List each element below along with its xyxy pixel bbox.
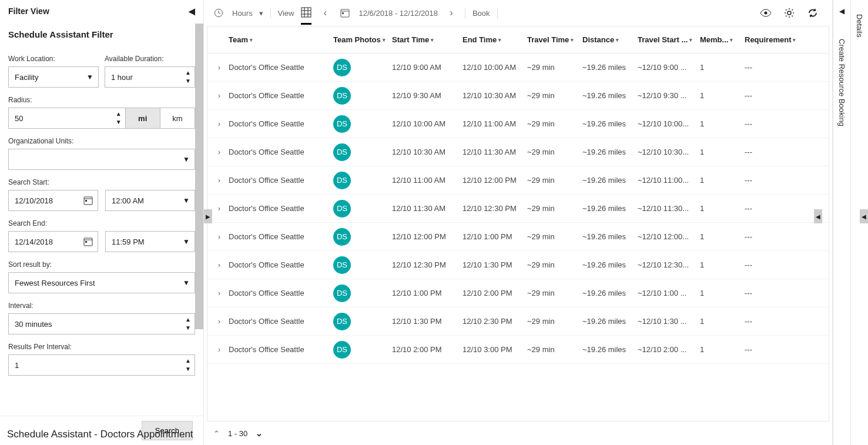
th-end[interactable]: End Time▾	[459, 35, 524, 44]
table-row[interactable]: ›Doctor's Office SeattleDS12/10 12:00 PM…	[207, 223, 829, 251]
date-range[interactable]: 12/6/2018 - 12/12/2018	[358, 9, 437, 18]
table-row[interactable]: ›Doctor's Office SeattleDS12/10 11:00 AM…	[207, 166, 829, 195]
table-row[interactable]: ›Doctor's Office SeattleDS12/10 12:30 PM…	[207, 251, 829, 279]
table-row[interactable]: ›Doctor's Office SeattleDS12/10 9:00 AM1…	[207, 53, 829, 82]
table-row[interactable]: ›Doctor's Office SeattleDS12/10 1:00 PM1…	[207, 279, 829, 307]
spinner-icon[interactable]: ▲▼	[185, 316, 191, 332]
cell-end: 12/10 2:30 PM	[459, 317, 524, 326]
filter-scroll-pane[interactable]: Schedule Assistant Filter Work Location:…	[0, 22, 203, 416]
radius-unit-mi[interactable]: mi	[125, 108, 160, 129]
table-header-row: Team▾ Team Photos▾ Start Time▾ End Time▾…	[207, 26, 829, 53]
label-interval: Interval:	[8, 302, 195, 310]
th-travel[interactable]: Travel Time▾	[524, 35, 579, 44]
pager-dropdown-icon[interactable]: ⌄	[256, 429, 263, 438]
pager-range: 1 - 30	[228, 429, 247, 438]
filter-subheader: Schedule Assistant Filter	[8, 22, 195, 46]
cell-members: 1	[696, 317, 741, 326]
next-range-button[interactable]: ›	[445, 6, 458, 19]
expand-row-icon[interactable]: ›	[207, 176, 225, 185]
calendar-icon[interactable]	[339, 6, 351, 19]
cell-start: 12/10 9:00 AM	[388, 63, 459, 72]
expand-row-icon[interactable]: ›	[207, 232, 225, 241]
svg-rect-2	[85, 200, 87, 202]
toolbar: Hours ▾ View ‹ 12/6/2018 - 12/12/2018 › …	[204, 0, 832, 26]
collapse-left-icon[interactable]: ◀	[189, 6, 195, 16]
gear-icon[interactable]	[783, 6, 796, 19]
table-row[interactable]: ›Doctor's Office SeattleDS12/10 9:30 AM1…	[207, 82, 829, 110]
table-row[interactable]: ›Doctor's Office SeattleDS12/10 10:00 AM…	[207, 110, 829, 138]
cell-end: 12/10 12:00 PM	[459, 176, 524, 185]
cell-members: 1	[696, 91, 741, 100]
chevron-left-icon[interactable]: ◀	[839, 7, 844, 15]
expand-row-icon[interactable]: ›	[207, 148, 225, 156]
search-start-date[interactable]: 12/10/2018	[8, 190, 98, 211]
expand-row-icon[interactable]: ›	[207, 345, 225, 354]
create-booking-rail[interactable]: ◀ Create Resource Booking	[833, 0, 850, 445]
th-photos[interactable]: Team Photos▾	[330, 35, 388, 44]
cell-requirement: ---	[741, 232, 806, 241]
available-duration-input[interactable]: 1 hour ▲▼	[105, 66, 195, 88]
collapse-up-icon[interactable]: ⌃	[213, 429, 220, 438]
table-row[interactable]: ›Doctor's Office SeattleDS12/10 10:30 AM…	[207, 138, 829, 166]
th-distance[interactable]: Distance▾	[579, 35, 634, 44]
cell-travel: ~29 min	[524, 345, 579, 354]
work-location-select[interactable]: Facility ▼	[8, 66, 99, 88]
cell-requirement: ---	[741, 119, 806, 128]
cell-start: 12/10 2:00 PM	[388, 345, 459, 354]
sort-by-select[interactable]: Fewest Resources First ▼	[8, 272, 195, 293]
cell-team: Doctor's Office Seattle	[225, 91, 330, 100]
cell-travel-start: ~12/10 12:00...	[634, 232, 696, 241]
org-units-select[interactable]: ▼	[8, 149, 195, 170]
filter-scrollbar[interactable]	[195, 24, 203, 410]
refresh-icon[interactable]	[806, 6, 819, 19]
radius-input[interactable]: 50 ▲▼	[8, 108, 126, 129]
cell-distance: ~19.26 miles	[579, 232, 634, 241]
spinner-icon[interactable]: ▲▼	[116, 110, 122, 126]
cell-travel: ~29 min	[524, 63, 579, 72]
search-start-time[interactable]: 12:00 AM ▼	[105, 190, 195, 211]
expand-row-icon[interactable]: ›	[207, 260, 225, 269]
cell-start: 12/10 1:30 PM	[388, 317, 459, 326]
expand-row-icon[interactable]: ›	[207, 91, 225, 100]
expand-row-icon[interactable]: ›	[207, 317, 225, 326]
table-row[interactable]: ›Doctor's Office SeattleDS12/10 1:30 PM1…	[207, 307, 829, 336]
chevron-down-icon: ▼	[183, 237, 190, 246]
cell-team: Doctor's Office Seattle	[225, 204, 330, 213]
expand-row-icon[interactable]: ›	[207, 289, 225, 297]
create-booking-label: Create Resource Booking	[837, 39, 846, 126]
svg-line-25	[786, 16, 787, 17]
search-end-date[interactable]: 12/14/2018	[8, 231, 98, 252]
hours-dropdown[interactable]: Hours ▾	[232, 9, 263, 18]
right-splitter-1[interactable]: ◀	[814, 209, 822, 223]
th-team[interactable]: Team▾	[225, 35, 330, 44]
results-per-interval-input[interactable]: 1 ▲▼	[8, 354, 195, 376]
svg-line-23	[786, 9, 787, 11]
prev-range-button[interactable]: ‹	[319, 6, 331, 19]
grid-view-button[interactable]	[301, 1, 311, 25]
eye-icon[interactable]	[759, 6, 772, 19]
avatar-badge: DS	[333, 341, 351, 359]
cell-members: 1	[696, 63, 741, 72]
cell-requirement: ---	[741, 345, 806, 354]
radius-unit-km[interactable]: km	[160, 108, 195, 129]
table-row[interactable]: ›Doctor's Office SeattleDS12/10 2:00 PM1…	[207, 336, 829, 364]
spinner-icon[interactable]: ▲▼	[185, 357, 191, 373]
th-start[interactable]: Start Time▾	[388, 35, 459, 44]
spinner-icon[interactable]: ▲▼	[185, 69, 191, 85]
cell-members: 1	[696, 232, 741, 241]
th-travel-start[interactable]: Travel Start ...▾	[634, 35, 696, 44]
right-splitter-2[interactable]: ◀	[860, 209, 868, 223]
expand-row-icon[interactable]: ›	[207, 63, 225, 72]
th-requirement[interactable]: Requirement▾	[741, 35, 806, 44]
interval-input[interactable]: 30 minutes ▲▼	[8, 313, 195, 334]
cell-team: Doctor's Office Seattle	[225, 317, 330, 326]
th-members[interactable]: Memb...▾	[696, 35, 741, 44]
table-row[interactable]: ›Doctor's Office SeattleDS12/10 11:30 AM…	[207, 195, 829, 223]
cell-end: 12/10 10:00 AM	[459, 63, 524, 72]
search-end-time[interactable]: 11:59 PM ▼	[105, 231, 195, 252]
expand-row-icon[interactable]: ›	[207, 119, 225, 128]
left-splitter[interactable]: ▶	[204, 209, 212, 223]
cell-distance: ~19.26 miles	[579, 260, 634, 269]
svg-point-18	[787, 11, 791, 15]
book-button[interactable]: Book	[472, 9, 490, 18]
